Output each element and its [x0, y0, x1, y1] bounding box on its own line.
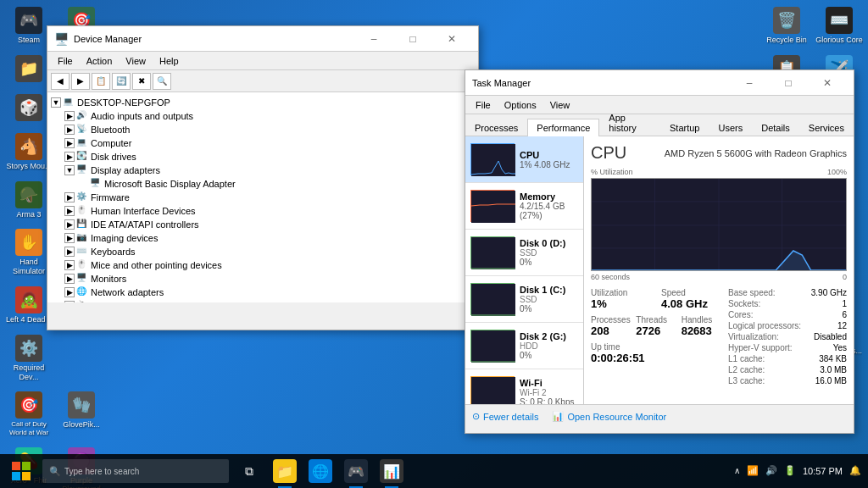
expand-display[interactable]: ▼ [64, 165, 75, 175]
tree-computer[interactable]: ▶ 💻 Computer [51, 136, 475, 150]
tree-keyboards[interactable]: ▶ ⌨️ Keyboards [51, 245, 475, 258]
cpu-performance-panel: CPU AMD Ryzen 5 5600G with Radeon Graphi… [584, 136, 854, 404]
expand-bluetooth[interactable]: ▶ [64, 125, 75, 135]
task-manager-titlebar: Task Manager – □ ✕ [465, 70, 854, 96]
taskbar-task-view[interactable]: ⧉ [232, 454, 266, 488]
tray-volume-icon[interactable]: 🔊 [765, 465, 777, 476]
desktop-icon-req-dev[interactable]: ⚙️ Required Dev... [3, 331, 54, 385]
tree-hid[interactable]: ▶ 🖱️ Human Interface Devices [51, 204, 475, 218]
tab-processes[interactable]: Processes [465, 119, 527, 136]
open-resource-monitor-button[interactable]: 📊 Open Resource Monitor [552, 411, 666, 422]
disk1-mini-graph [470, 283, 515, 315]
desktop-icon-glorious-core[interactable]: ⌨️ Glorious Core [814, 3, 865, 48]
desktop-icon-recycle-bin[interactable]: 🗑️ Recycle Bin [761, 3, 812, 48]
tree-mice[interactable]: ▶ 🖱️ Mice and other pointing devices [51, 258, 475, 272]
window-controls: – □ ✕ [354, 26, 471, 52]
taskbar-app-icons: ⧉ 📁 🌐 🎮 📊 [232, 454, 727, 488]
memory-mini-graph [470, 190, 515, 222]
sidebar-disk2[interactable]: Disk 2 (G:) HDD 0% [465, 323, 583, 369]
tm-menu-view[interactable]: View [543, 98, 577, 112]
tab-performance[interactable]: Performance [527, 119, 599, 136]
tree-display-adapters[interactable]: ▼ 🖥️ Display adapters [51, 164, 475, 177]
dm-scan-button[interactable]: 🔍 [153, 73, 171, 90]
sidebar-memory[interactable]: Memory 4.2/15.4 GB (27%) [465, 183, 583, 230]
tab-services[interactable]: Services [799, 119, 854, 136]
tree-bluetooth[interactable]: ▶ 📡 Bluetooth [51, 123, 475, 136]
tree-imaging[interactable]: ▶ 📷 Imaging devices [51, 231, 475, 245]
expand-root[interactable]: ▼ [51, 97, 61, 108]
dm-properties-button[interactable]: 📋 [92, 73, 110, 90]
tm-menu-file[interactable]: File [469, 98, 498, 112]
tab-users[interactable]: Users [709, 119, 752, 136]
expand-disk[interactable]: ▶ [64, 152, 75, 162]
expand-imaging[interactable]: ▶ [64, 233, 75, 243]
expand-firmware[interactable]: ▶ [64, 192, 75, 202]
tm-window-controls: – □ ✕ [730, 70, 847, 96]
expand-ide[interactable]: ▶ [64, 219, 75, 230]
taskbar-file-explorer[interactable]: 📁 [268, 454, 302, 488]
tree-audio[interactable]: ▶ 🔊 Audio inputs and outputs [51, 109, 475, 123]
taskbar-tray: ∧ 📶 🔊 🔋 10:57 PM 🔔 [727, 465, 868, 477]
tm-close-button[interactable]: ✕ [808, 70, 847, 96]
expand-audio[interactable]: ▶ [64, 111, 75, 121]
tree-ms-display[interactable]: 🖥️ Microsoft Basic Display Adapter [51, 177, 475, 191]
dm-menu-file[interactable]: File [51, 54, 80, 68]
expand-ports[interactable]: ▶ [64, 301, 75, 302]
start-button[interactable] [0, 454, 42, 488]
tab-app-history[interactable]: App history [599, 108, 660, 136]
device-manager-tree: ▼ 💻 DESKTOP-NEPGFOP ▶ 🔊 Audio inputs and… [47, 92, 478, 302]
sidebar-disk1[interactable]: Disk 1 (C:) SSD 0% [465, 276, 583, 323]
expand-keyboards[interactable]: ▶ [64, 247, 75, 257]
tree-root[interactable]: ▼ 💻 DESKTOP-NEPGFOP [51, 96, 475, 109]
tree-ide[interactable]: ▶ 💾 IDE ATA/ATAPI controllers [51, 218, 475, 231]
dm-menu-view[interactable]: View [119, 54, 153, 68]
sidebar-cpu[interactable]: CPU 1% 4.08 GHz [465, 136, 583, 183]
tray-notification-icon[interactable]: 🔔 [849, 465, 861, 476]
tray-network-icon[interactable]: 📶 [747, 465, 759, 476]
taskbar-clock[interactable]: 10:57 PM [803, 465, 843, 477]
dm-menu-help[interactable]: Help [153, 54, 186, 68]
taskbar-steam[interactable]: 🎮 [339, 454, 373, 488]
tree-disk-drives[interactable]: ▶ 💽 Disk drives [51, 150, 475, 164]
svg-rect-5 [471, 377, 515, 404]
expand-monitors[interactable]: ▶ [64, 274, 75, 284]
dm-uninstall-button[interactable]: ✖ [132, 73, 151, 90]
expand-network[interactable]: ▶ [64, 287, 75, 297]
maximize-button[interactable]: □ [393, 26, 432, 52]
dm-back-button[interactable]: ◀ [51, 73, 70, 90]
tree-ports[interactable]: ▶ 🔌 Ports (COM & LPT) [51, 299, 475, 302]
expand-hid[interactable]: ▶ [64, 206, 75, 216]
sidebar-wifi[interactable]: Wi-Fi Wi-Fi 2 S: 0 R: 0 Kbps [465, 369, 583, 404]
desktop-icon-glovepik[interactable]: 🧤 GlovePik... [56, 388, 107, 440]
expand-mice[interactable]: ▶ [64, 260, 75, 270]
tm-minimize-button[interactable]: – [730, 70, 769, 96]
device-manager-menubar: File Action View Help [47, 52, 478, 70]
tree-network[interactable]: ▶ 🌐 Network adapters [51, 286, 475, 299]
tab-details[interactable]: Details [752, 119, 799, 136]
cpu-header: CPU AMD Ryzen 5 5600G with Radeon Graphi… [591, 143, 847, 163]
fewer-details-button[interactable]: ⊙ Fewer details [472, 411, 538, 422]
task-manager-content: CPU 1% 4.08 GHz Memory 4.2/15.4 GB ( [465, 136, 854, 404]
tree-monitors[interactable]: ▶ 🖥️ Monitors [51, 272, 475, 286]
minimize-button[interactable]: – [354, 26, 393, 52]
tm-menu-options[interactable]: Options [498, 98, 543, 112]
tab-startup[interactable]: Startup [660, 119, 709, 136]
taskbar-edge[interactable]: 🌐 [303, 454, 337, 488]
tree-firmware[interactable]: ▶ ⚙️ Firmware [51, 191, 475, 204]
dm-forward-button[interactable]: ▶ [71, 73, 90, 90]
chevron-up-icon: ⊙ [472, 411, 480, 422]
dm-menu-action[interactable]: Action [80, 54, 120, 68]
tray-chevron[interactable]: ∧ [734, 466, 740, 475]
tm-maximize-button[interactable]: □ [769, 70, 808, 96]
tray-battery-icon[interactable]: 🔋 [784, 465, 796, 476]
taskbar-task-manager[interactable]: 📊 [375, 454, 409, 488]
close-button[interactable]: ✕ [432, 26, 471, 52]
task-manager-footer: ⊙ Fewer details 📊 Open Resource Monitor [465, 404, 854, 428]
sidebar-disk0[interactable]: Disk 0 (D:) SSD 0% [465, 230, 583, 276]
expand-computer[interactable]: ▶ [64, 138, 75, 148]
taskbar: 🔍 Type here to search ⧉ 📁 🌐 🎮 📊 ∧ 📶 [0, 454, 868, 488]
taskbar-search[interactable]: 🔍 Type here to search [42, 459, 229, 483]
dm-update-button[interactable]: 🔄 [112, 73, 131, 90]
desktop-icon-call-of-duty[interactable]: 🎯 Call of Duty World at War [3, 388, 54, 440]
threads-stat: Threads 2726 [636, 315, 676, 337]
